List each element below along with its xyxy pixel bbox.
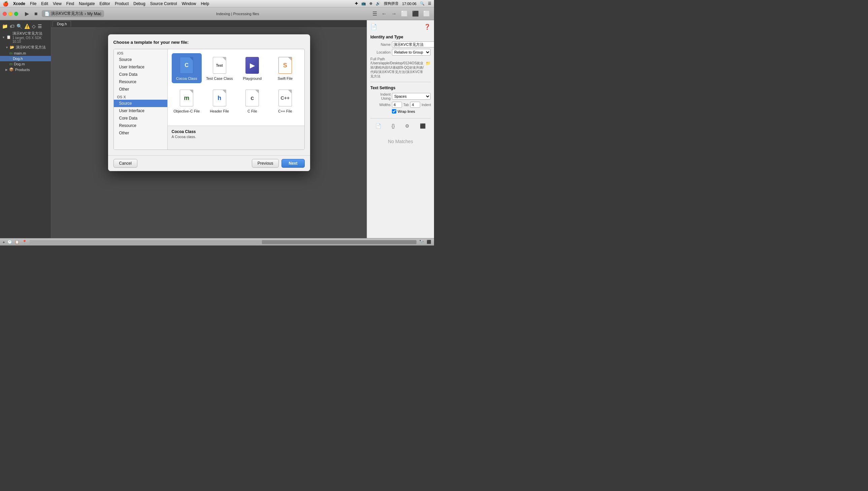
name-input[interactable]: [392, 41, 434, 48]
osx-user-interface[interactable]: User Interface: [114, 107, 167, 115]
main-container: 📁 🏷 🔍 ⚠️ ◇ ☰ ▼ 📋 演示KVC常见方法 1 target, OS …: [0, 20, 434, 238]
project-path[interactable]: 📄 演示KVC常见方法 › My Mac: [42, 10, 104, 17]
location-select[interactable]: Relative to Group: [392, 49, 431, 56]
clock: 17:00:06: [402, 2, 417, 6]
template-c-file[interactable]: c C File: [237, 86, 268, 116]
layout-icon2[interactable]: ⬛: [427, 240, 431, 244]
menu-help[interactable]: Help: [201, 1, 209, 6]
group-icon: 📂: [10, 45, 14, 50]
document-icon[interactable]: 📄: [370, 24, 377, 30]
menu-debug[interactable]: Debug: [133, 1, 145, 6]
project-title: 演示KVC常见方法: [12, 31, 49, 36]
layout-toggle-3[interactable]: ⬜: [422, 10, 431, 18]
warning-icon[interactable]: ⚠️: [24, 24, 30, 29]
dialog-title: Choose a template for your new file:: [114, 40, 305, 45]
layout-toggle-1[interactable]: ⬜: [400, 10, 409, 18]
menu-editor[interactable]: Editor: [100, 1, 110, 6]
tab-bar: Dog.h: [51, 20, 367, 28]
osx-resource[interactable]: Resource: [114, 122, 167, 129]
products-folder[interactable]: ▶ 📦 Products: [0, 67, 51, 73]
template-header-file[interactable]: h Header File: [204, 86, 235, 116]
expand-icon[interactable]: ✚: [355, 1, 358, 6]
layout-toggle-2[interactable]: ⬛: [411, 10, 420, 18]
menu-find[interactable]: Find: [66, 1, 74, 6]
group-expand[interactable]: ▼ 📂 演示KVC常见方法: [0, 44, 51, 51]
back-button[interactable]: ←: [380, 10, 388, 18]
close-button[interactable]: [3, 12, 7, 16]
tab-dog-h[interactable]: Dog.h: [53, 21, 71, 27]
path-reveal-button[interactable]: 📁: [426, 61, 431, 66]
project-root[interactable]: ▼ 📋 演示KVC常见方法 1 target, OS X SDK 10.10: [0, 30, 51, 44]
file-dog-m[interactable]: m Dog.m: [0, 61, 51, 67]
input-method[interactable]: 搜狗拼音: [384, 1, 399, 6]
template-swift-file[interactable]: S Swift File: [270, 53, 300, 83]
template-test-case-class[interactable]: Test Test Case Class: [204, 53, 235, 83]
ios-other[interactable]: Other: [114, 86, 167, 93]
minimize-button[interactable]: [8, 12, 12, 16]
template-cocoa-class[interactable]: C Cocoa Class: [172, 53, 202, 83]
toolbar: ▶ ■ 📄 演示KVC常见方法 › My Mac Indexing | Proc…: [0, 7, 434, 20]
wrap-lines-row: Wrap lines: [370, 109, 431, 114]
crosshair-icon[interactable]: ⊕: [369, 1, 372, 6]
osx-core-data[interactable]: Core Data: [114, 115, 167, 122]
menu-view[interactable]: View: [53, 1, 62, 6]
panel-layout-icon[interactable]: ⬛: [420, 123, 426, 128]
add-icon[interactable]: +: [3, 240, 5, 244]
badge-icon[interactable]: 🏷: [10, 24, 14, 29]
apple-menu[interactable]: 🍎: [3, 1, 8, 6]
menu-file[interactable]: File: [30, 1, 36, 6]
template-playground[interactable]: ▶ Playground: [237, 53, 268, 83]
search-nav-icon[interactable]: 🔍: [17, 24, 22, 29]
diamond-icon[interactable]: ◇: [32, 24, 36, 29]
panel-doc-icon[interactable]: 📄: [376, 123, 381, 128]
filter-icon[interactable]: 📋: [15, 240, 20, 244]
ios-user-interface[interactable]: User Interface: [114, 63, 167, 71]
file-main-m[interactable]: m main.m: [0, 51, 51, 56]
identity-section: Identity and Type Name Location Relative…: [370, 35, 431, 82]
osx-other[interactable]: Other: [114, 129, 167, 137]
dialog-overlay: Choose a template for your new file: iOS…: [51, 28, 367, 238]
ios-core-data[interactable]: Core Data: [114, 71, 167, 78]
location-icon[interactable]: 📍: [22, 240, 27, 244]
osx-source[interactable]: Source: [114, 100, 167, 107]
ios-resource[interactable]: Resource: [114, 78, 167, 86]
play-button[interactable]: ▶: [24, 10, 30, 18]
wrap-lines-checkbox[interactable]: [392, 109, 396, 114]
tab-width-input[interactable]: [392, 102, 402, 108]
menu-product[interactable]: Product: [115, 1, 129, 6]
forward-button[interactable]: →: [390, 10, 398, 18]
template-desc-text: A Cocoa class.: [172, 135, 300, 139]
help-icon[interactable]: ❓: [424, 24, 431, 30]
volume-icon[interactable]: 🔊: [376, 1, 381, 6]
test-case-label: Test Case Class: [206, 77, 233, 81]
menu-edit[interactable]: Edit: [41, 1, 48, 6]
list-nav-icon[interactable]: ☰: [38, 24, 42, 29]
menu-xcode[interactable]: Xcode: [13, 1, 25, 6]
c-file-icon: c: [244, 89, 260, 108]
maximize-button[interactable]: [14, 12, 18, 16]
cancel-button[interactable]: Cancel: [114, 159, 138, 168]
display-icon[interactable]: 📺: [361, 1, 366, 6]
previous-button[interactable]: Previous: [252, 159, 279, 168]
indent-using-select[interactable]: Spaces: [392, 93, 431, 100]
list-icon[interactable]: ☰: [428, 1, 431, 6]
panel-gear-icon[interactable]: ⚙: [405, 123, 410, 128]
objc-file-label: Objective-C File: [173, 109, 200, 113]
menu-source-control[interactable]: Source Control: [150, 1, 177, 6]
panel-code-icon[interactable]: {}: [392, 123, 395, 128]
next-button[interactable]: Next: [281, 159, 304, 168]
folder-icon[interactable]: 📁: [2, 24, 8, 29]
menu-window[interactable]: Window: [182, 1, 196, 6]
template-cpp-file[interactable]: C++ C++ File: [270, 86, 300, 116]
navigator-toggle[interactable]: ☰: [371, 10, 379, 18]
template-objc-file[interactable]: m Objective-C File: [172, 86, 202, 116]
indent-width-input[interactable]: [410, 102, 420, 108]
identity-title: Identity and Type: [370, 35, 431, 39]
menu-navigate[interactable]: Navigate: [79, 1, 95, 6]
search-icon[interactable]: 🔍: [420, 1, 425, 6]
file-dog-h[interactable]: h Dog.h: [0, 56, 51, 61]
zoom-icon[interactable]: 🔭: [419, 240, 424, 244]
clock-icon[interactable]: 🕐: [7, 240, 12, 244]
stop-button[interactable]: ■: [33, 10, 39, 18]
ios-source[interactable]: Source: [114, 56, 167, 63]
